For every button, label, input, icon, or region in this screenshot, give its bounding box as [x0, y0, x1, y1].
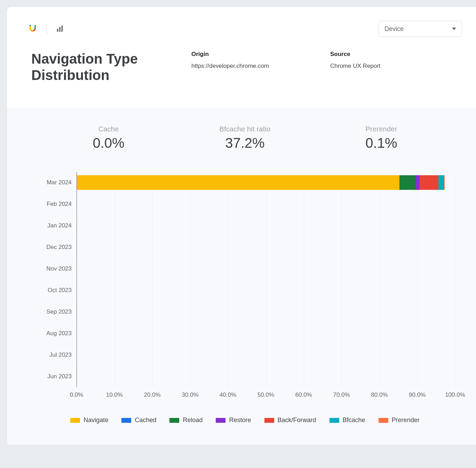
svg-rect-1 [57, 29, 58, 32]
legend-label: Reload [183, 417, 203, 424]
page-title: Navigation Type Distribution [31, 51, 181, 83]
device-select[interactable]: Device [379, 21, 462, 37]
divider [47, 23, 47, 34]
origin-block: Origin https://developer.chrome.com [191, 51, 320, 83]
legend-swatch [121, 418, 131, 423]
metric: Cache0.0% [93, 125, 124, 151]
header-row: Navigation Type Distribution Origin http… [7, 37, 476, 108]
legend-item: Bfcache [330, 417, 365, 424]
x-axis-tick: 70.0% [333, 392, 350, 398]
x-axis: 0.0%10.0%20.0%30.0%40.0%50.0%60.0%70.0%8… [77, 392, 455, 400]
bar-row [77, 348, 455, 362]
svg-rect-2 [59, 27, 61, 32]
plot-grid [77, 172, 455, 387]
y-axis-tick: Oct 2023 [35, 280, 77, 301]
bar-row [77, 261, 455, 276]
legend-swatch [379, 418, 388, 423]
y-axis-tick: Jul 2023 [35, 344, 77, 366]
source-label: Source [330, 51, 459, 58]
bar-segment [399, 175, 415, 190]
bar-row [77, 283, 455, 298]
x-axis-tick: 60.0% [295, 392, 312, 398]
y-axis-tick: Dec 2023 [35, 236, 77, 258]
report-card: Device Navigation Type Distribution Orig… [7, 7, 476, 445]
legend-label: Prerender [392, 417, 420, 424]
legend: NavigateCachedReloadRestoreBack/ForwardB… [35, 417, 455, 424]
x-axis-tick: 20.0% [144, 392, 160, 398]
x-axis-tick: 40.0% [220, 392, 236, 398]
chart: Mar 2024Feb 2024Jan 2024Dec 2023Nov 2023… [35, 172, 455, 424]
legend-item: Navigate [70, 417, 108, 424]
bar-segment [415, 175, 420, 190]
legend-item: Reload [169, 417, 203, 424]
topbar: Device [7, 7, 476, 37]
source-value: Chrome UX Report [330, 63, 459, 70]
bar-segment [420, 175, 438, 190]
chart-region: Cache0.0%Bfcache hit ratio37.2%Prerender… [7, 108, 476, 445]
legend-label: Bfcache [343, 417, 365, 424]
origin-value: https://developer.chrome.com [191, 63, 320, 70]
legend-swatch [169, 418, 179, 423]
legend-label: Back/Forward [278, 417, 316, 424]
source-block: Source Chrome UX Report [330, 51, 459, 83]
svg-point-0 [30, 25, 31, 26]
x-axis-tick: 50.0% [257, 392, 274, 398]
y-axis-tick: Jan 2024 [35, 215, 77, 236]
y-axis-tick: Nov 2023 [35, 258, 77, 280]
metric: Prerender0.1% [365, 125, 397, 151]
metric: Bfcache hit ratio37.2% [220, 125, 271, 151]
bar-segment [438, 175, 444, 190]
legend-swatch [70, 418, 80, 423]
x-axis-tick: 100.0% [445, 392, 465, 398]
metrics-row: Cache0.0%Bfcache hit ratio37.2%Prerender… [45, 125, 445, 151]
y-axis-tick: Aug 2023 [35, 323, 77, 344]
legend-label: Navigate [84, 417, 108, 424]
metric-value: 0.0% [93, 135, 124, 151]
y-axis-tick: Jun 2023 [35, 366, 77, 387]
bar-row [77, 175, 455, 190]
metric-value: 0.1% [365, 135, 397, 151]
bar-chart-icon [56, 25, 64, 33]
legend-label: Restore [229, 417, 251, 424]
y-axis-labels: Mar 2024Feb 2024Jan 2024Dec 2023Nov 2023… [35, 172, 77, 387]
bar-row [77, 326, 455, 341]
x-axis-tick: 80.0% [371, 392, 388, 398]
y-axis-tick: Sep 2023 [35, 301, 77, 323]
legend-item: Back/Forward [264, 417, 316, 424]
device-select-label: Device [384, 25, 404, 33]
bar-row [77, 369, 455, 384]
caret-down-icon [452, 25, 456, 33]
metric-label: Cache [93, 125, 124, 133]
legend-item: Cached [121, 417, 156, 424]
x-axis-tick: 30.0% [182, 392, 198, 398]
x-axis-tick: 0.0% [70, 392, 84, 398]
svg-rect-3 [62, 26, 63, 32]
metric-label: Bfcache hit ratio [220, 125, 271, 133]
bar-segment [444, 175, 444, 190]
bar-row [77, 218, 455, 233]
bar-segment [77, 175, 399, 190]
metric-label: Prerender [365, 125, 397, 133]
metric-value: 37.2% [220, 135, 271, 151]
x-axis-tick: 10.0% [106, 392, 123, 398]
legend-label: Cached [135, 417, 156, 424]
legend-swatch [216, 418, 225, 423]
legend-item: Restore [216, 417, 251, 424]
y-axis-tick: Mar 2024 [35, 172, 77, 193]
bar-row [77, 240, 455, 255]
x-axis-tick: 90.0% [409, 392, 426, 398]
bar-row [77, 197, 455, 211]
legend-swatch [264, 418, 274, 423]
legend-item: Prerender [379, 417, 420, 424]
bar-row [77, 305, 455, 319]
logo-icon [28, 24, 38, 34]
legend-swatch [330, 418, 339, 423]
origin-label: Origin [191, 51, 320, 58]
y-axis-tick: Feb 2024 [35, 193, 77, 215]
